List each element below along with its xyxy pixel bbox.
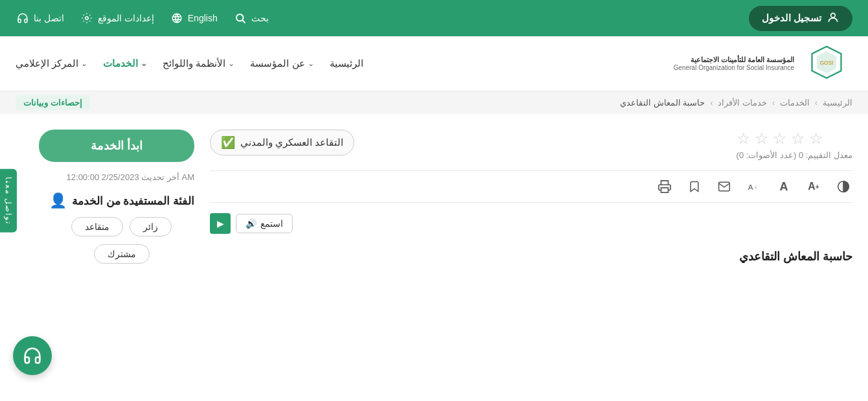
login-label: تسجيل الدخول bbox=[762, 12, 821, 24]
contrast-icon[interactable] bbox=[834, 178, 852, 196]
calculator-title: حاسبة المعاش التقاعدي bbox=[210, 249, 852, 264]
svg-point-4 bbox=[86, 17, 89, 20]
nav-services-arrow: ⌄ bbox=[141, 59, 147, 68]
service-header: ☆ ☆ ☆ ☆ ☆ معدل التقييم: 0 (عدد الأصوات: … bbox=[210, 130, 852, 160]
logo-arabic: المؤسسة العامة للتأمينات الاجتماعية bbox=[674, 56, 794, 64]
svg-text:GOSI: GOSI bbox=[820, 60, 834, 66]
search-label: بحث bbox=[251, 13, 269, 23]
breadcrumb-services[interactable]: الخدمات bbox=[780, 98, 810, 108]
svg-point-3 bbox=[172, 14, 181, 23]
main-nav: الرئيسية ⌄ عن المؤسسة ⌄ الأنظمة واللوائح… bbox=[16, 58, 363, 69]
logo-svg: GOSI bbox=[801, 44, 852, 83]
content-left: ابدأ الخدمة أخر تحديث 2/25/2023 12:00:00… bbox=[39, 130, 194, 358]
listen-label: استمع bbox=[260, 218, 283, 229]
svg-rect-8 bbox=[661, 188, 668, 192]
badge-retired[interactable]: متقاعد bbox=[71, 217, 123, 236]
listen-speaker-icon: 🔊 bbox=[246, 218, 257, 229]
start-service-button[interactable]: ابدأ الخدمة bbox=[39, 130, 194, 162]
language-button[interactable]: English bbox=[170, 11, 218, 25]
nav-regulations-label: الأنظمة واللوائح bbox=[163, 58, 225, 69]
nav-item-media[interactable]: ⌄ المركز الإعلامي bbox=[16, 58, 87, 69]
nav-home-label: الرئيسية bbox=[330, 58, 363, 69]
text-decrease-icon[interactable]: A↓ bbox=[745, 178, 763, 196]
service-tag: التقاعد العسكري والمدني ✅ bbox=[210, 130, 354, 155]
breadcrumb-sep-3: › bbox=[710, 98, 713, 108]
top-bar: تسجيل الدخول بحث English إعدادات الموقع … bbox=[0, 0, 868, 36]
stars-section: ☆ ☆ ☆ ☆ ☆ معدل التقييم: 0 (عدد الأصوات: … bbox=[737, 130, 852, 160]
breadcrumb-individual[interactable]: خدمات الأفراد bbox=[718, 98, 767, 108]
badge-group-2: مشترك bbox=[94, 244, 150, 264]
language-icon bbox=[170, 11, 184, 25]
breadcrumb-home[interactable]: الرئيسية bbox=[823, 98, 852, 108]
top-bar-right: بحث English إعدادات الموقع اتصل بنا bbox=[16, 11, 269, 25]
badge-visitor[interactable]: زائر bbox=[130, 217, 172, 236]
nav-services-label: الخدمات bbox=[103, 58, 138, 69]
settings-icon bbox=[80, 11, 94, 25]
content-right: ☆ ☆ ☆ ☆ ☆ معدل التقييم: 0 (عدد الأصوات: … bbox=[210, 130, 852, 358]
login-icon bbox=[827, 11, 839, 26]
search-icon bbox=[233, 11, 247, 25]
nav-item-regulations[interactable]: ⌄ الأنظمة واللوائح bbox=[163, 58, 234, 69]
rating-text: معدل التقييم: 0 (عدد الأصوات: 0) bbox=[737, 150, 852, 160]
side-contact-tab[interactable]: تواصل معنا bbox=[0, 168, 17, 232]
main-content: ☆ ☆ ☆ ☆ ☆ معدل التقييم: 0 (عدد الأصوات: … bbox=[0, 114, 868, 373]
listen-button[interactable]: 🔊 استمع bbox=[236, 214, 293, 233]
nav-item-home[interactable]: الرئيسية bbox=[330, 58, 363, 69]
search-button[interactable]: بحث bbox=[233, 11, 269, 25]
breadcrumb-sep-2: › bbox=[772, 98, 775, 108]
star-4[interactable]: ☆ bbox=[791, 130, 805, 148]
nav-bar: GOSI المؤسسة العامة للتأمينات الاجتماعية… bbox=[0, 36, 868, 91]
toolbar: A↓ A A+ bbox=[210, 170, 852, 203]
listen-section: ▶ 🔊 استمع bbox=[210, 213, 852, 234]
support-button[interactable] bbox=[13, 336, 52, 373]
nav-list: الرئيسية ⌄ عن المؤسسة ⌄ الأنظمة واللوائح… bbox=[16, 58, 363, 69]
star-1[interactable]: ☆ bbox=[737, 130, 751, 148]
star-3[interactable]: ☆ bbox=[773, 130, 787, 148]
svg-text:↓: ↓ bbox=[755, 183, 757, 190]
contact-button[interactable]: اتصل بنا bbox=[16, 11, 64, 25]
print-icon[interactable] bbox=[656, 178, 674, 196]
headphone-icon bbox=[16, 11, 30, 25]
beneficiary-label: الفئة المستفيدة من الخدمة bbox=[72, 194, 194, 208]
contact-label: اتصل بنا bbox=[34, 13, 64, 23]
update-date: أخر تحديث 2/25/2023 12:00:00 AM bbox=[67, 172, 194, 182]
beneficiary-section: الفئة المستفيدة من الخدمة 👤 زائر متقاعد … bbox=[49, 192, 194, 264]
badge-group: زائر متقاعد bbox=[71, 217, 172, 236]
nav-regulations-arrow: ⌄ bbox=[228, 59, 234, 68]
logo-english: General Organization for Social Insuranc… bbox=[674, 64, 794, 71]
star-5[interactable]: ☆ bbox=[809, 130, 823, 148]
settings-button[interactable]: إعدادات الموقع bbox=[80, 11, 154, 25]
nav-about-arrow: ⌄ bbox=[308, 59, 314, 68]
settings-label: إعدادات الموقع bbox=[98, 13, 154, 23]
stats-badge[interactable]: إحصاءات وبيانات bbox=[16, 95, 90, 110]
breadcrumb-sep-1: › bbox=[815, 98, 817, 108]
check-icon: ✅ bbox=[221, 135, 235, 150]
person-icon: 👤 bbox=[49, 192, 67, 209]
language-label: English bbox=[188, 13, 218, 23]
text-increase-icon[interactable]: A+ bbox=[805, 178, 823, 196]
service-tag-label: التقاعد العسكري والمدني bbox=[240, 137, 343, 148]
bookmark-icon[interactable] bbox=[685, 178, 703, 196]
beneficiary-title: الفئة المستفيدة من الخدمة 👤 bbox=[49, 192, 194, 209]
text-normal-icon[interactable]: A bbox=[775, 178, 793, 196]
badge-subscriber[interactable]: مشترك bbox=[94, 244, 150, 264]
logo: GOSI المؤسسة العامة للتأمينات الاجتماعية… bbox=[674, 44, 852, 83]
play-button[interactable]: ▶ bbox=[210, 213, 231, 234]
svg-point-0 bbox=[831, 13, 836, 17]
stars[interactable]: ☆ ☆ ☆ ☆ ☆ bbox=[737, 130, 823, 148]
svg-line-2 bbox=[242, 20, 245, 23]
breadcrumb-bar: الرئيسية › الخدمات › خدمات الأفراد › حاس… bbox=[0, 91, 868, 114]
nav-item-about[interactable]: ⌄ عن المؤسسة bbox=[250, 58, 314, 69]
svg-point-1 bbox=[236, 14, 244, 21]
logo-text: المؤسسة العامة للتأمينات الاجتماعية Gene… bbox=[674, 56, 794, 71]
top-bar-left: تسجيل الدخول bbox=[749, 6, 852, 31]
nav-media-arrow: ⌄ bbox=[81, 59, 87, 68]
share-email-icon[interactable] bbox=[715, 178, 733, 196]
nav-media-label: المركز الإعلامي bbox=[16, 58, 78, 69]
breadcrumb-current: حاسبة المعاش التقاعدي bbox=[620, 98, 705, 108]
star-2[interactable]: ☆ bbox=[755, 130, 769, 148]
login-button[interactable]: تسجيل الدخول bbox=[749, 6, 852, 31]
nav-about-label: عن المؤسسة bbox=[250, 58, 304, 69]
nav-item-services[interactable]: ⌄ الخدمات bbox=[103, 58, 147, 69]
svg-text:A: A bbox=[748, 183, 753, 191]
